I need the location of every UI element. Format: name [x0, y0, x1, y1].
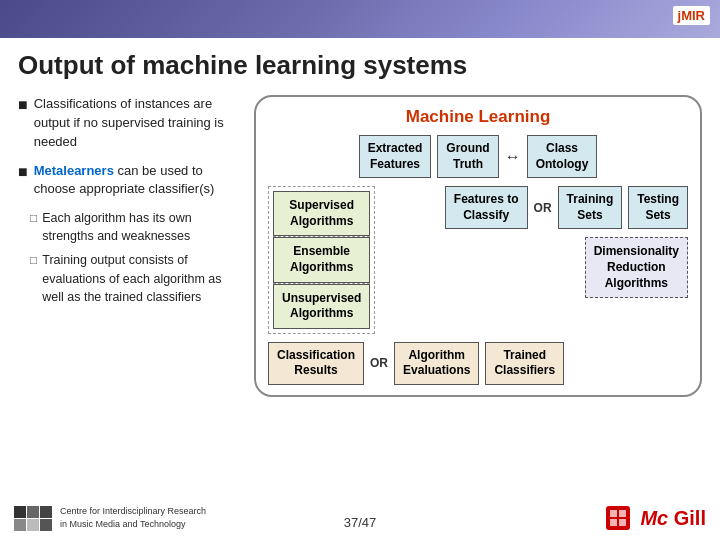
mcgill-crest-svg — [602, 502, 634, 534]
cirmmt-desc1: Centre for Interdisciplinary Research — [60, 505, 206, 518]
sub-bullet-icon-2: □ — [30, 252, 37, 305]
sub-bullet-1: □ Each algorithm has its own strengths a… — [30, 209, 238, 245]
trained-classifiers-box: TrainedClassifiers — [485, 342, 564, 385]
svg-rect-3 — [610, 519, 617, 526]
cirmmt-c — [14, 506, 26, 518]
extracted-features-box: ExtractedFeatures — [359, 135, 432, 178]
bullet-dot-1: ■ — [18, 95, 28, 152]
cirmmt-text: Centre for Interdisciplinary Research in… — [60, 505, 206, 530]
testing-sets-box: TestingSets — [628, 186, 688, 229]
algorithm-evaluations-box: AlgorithmEvaluations — [394, 342, 479, 385]
bottom-row: ClassificationResults OR AlgorithmEvalua… — [268, 342, 688, 385]
main-content: Output of machine learning systems ■ Cla… — [0, 38, 720, 405]
bullet-item-2: ■ Metalearners can be used to choose app… — [18, 162, 238, 200]
right-column: Machine Learning ExtractedFeatures Groun… — [254, 95, 702, 397]
training-testing-row: TrainingSets TestingSets — [558, 186, 688, 229]
class-ontology-box: ClassOntology — [527, 135, 598, 178]
ensemble-algorithms-box: EnsembleAlgorithms — [273, 237, 370, 282]
training-sets-box: TrainingSets — [558, 186, 623, 229]
footer-left: Centre for Interdisciplinary Research in… — [14, 505, 206, 530]
or-label-1: OR — [534, 201, 552, 215]
features-row: Features toClassify OR TrainingSets Test… — [383, 186, 688, 229]
left-column: ■ Classifications of instances are outpu… — [18, 95, 238, 397]
cirmmt-i — [27, 506, 39, 518]
classification-results-box: ClassificationResults — [268, 342, 364, 385]
bullet-text-2: Metalearners can be used to choose appro… — [34, 162, 238, 200]
sub-bullet-2: □ Training output consists of evaluation… — [30, 251, 238, 305]
svg-rect-0 — [606, 506, 630, 530]
cirmmt-desc2: in Music Media and Technology — [60, 518, 206, 531]
mcgill-text: Mc Gill — [640, 507, 706, 530]
ml-title: Machine Learning — [268, 107, 688, 127]
algo-column: SupervisedAlgorithms EnsembleAlgorithms … — [268, 186, 375, 334]
dimensionality-reduction-box: DimensionalityReductionAlgorithms — [585, 237, 688, 298]
cirmmt-m2 — [27, 519, 39, 531]
top-row: ExtractedFeatures GroundTruth ↔ ClassOnt… — [268, 135, 688, 178]
machine-learning-box: Machine Learning ExtractedFeatures Groun… — [254, 95, 702, 397]
right-algo-column: Features toClassify OR TrainingSets Test… — [383, 186, 688, 334]
features-to-classify-box: Features toClassify — [445, 186, 528, 229]
supervised-algorithms-box: SupervisedAlgorithms — [273, 191, 370, 236]
bullet-item-1: ■ Classifications of instances are outpu… — [18, 95, 238, 152]
slide-number: 37/47 — [344, 515, 377, 530]
unsupervised-algorithms-box: UnsupervisedAlgorithms — [273, 284, 370, 329]
header-bar: jMIR — [0, 0, 720, 38]
sub-bullet-text-2: Training output consists of evaluations … — [42, 251, 238, 305]
bullet-dot-2: ■ — [18, 162, 28, 200]
jmir-logo: jMIR — [673, 6, 710, 25]
svg-rect-1 — [610, 510, 617, 517]
ground-truth-box: GroundTruth — [437, 135, 498, 178]
cirmmt-t — [40, 519, 52, 531]
svg-rect-2 — [619, 510, 626, 517]
footer: Centre for Interdisciplinary Research in… — [14, 502, 706, 534]
cirmmt-grid — [14, 506, 52, 531]
metalearners-link[interactable]: Metalearners — [34, 163, 114, 178]
cirmmt-m1 — [14, 519, 26, 531]
bullet-text-1: Classifications of instances are output … — [34, 95, 238, 152]
mcgill-logo: Mc Gill — [602, 502, 706, 534]
or-label-2: OR — [370, 356, 388, 370]
sub-bullet-text-1: Each algorithm has its own strengths and… — [42, 209, 238, 245]
sub-bullets: □ Each algorithm has its own strengths a… — [30, 209, 238, 306]
page-title: Output of machine learning systems — [18, 50, 702, 81]
content-area: ■ Classifications of instances are outpu… — [18, 95, 702, 397]
bidirectional-arrow: ↔ — [505, 148, 521, 166]
sub-bullet-icon-1: □ — [30, 210, 37, 245]
middle-section: SupervisedAlgorithms EnsembleAlgorithms … — [268, 186, 688, 334]
svg-rect-4 — [619, 519, 626, 526]
cirmmt-blocks — [14, 506, 52, 531]
cirmmt-r — [40, 506, 52, 518]
